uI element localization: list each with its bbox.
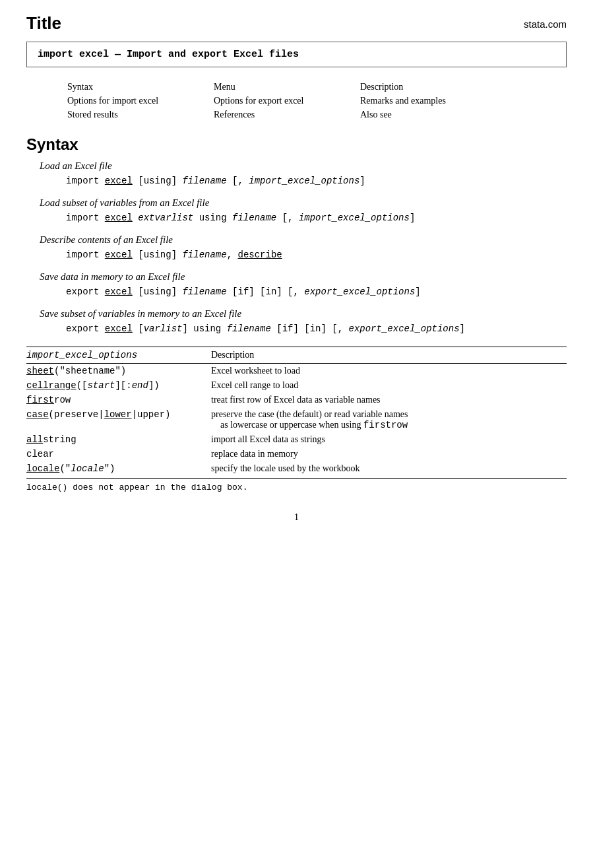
nav-remarks[interactable]: Remarks and examples [360,96,446,106]
nav-also-see[interactable]: Also see [360,110,392,119]
syntax-desc-3: Describe contents of an Excel file [40,234,567,246]
desc-allstring: import all Excel data as strings [211,432,567,447]
syntax-line-1: import excel [using] filename [, import_… [66,174,567,188]
table-row: sheet("sheetname") Excel worksheet to lo… [26,364,567,379]
site-label: stata.com [524,13,567,30]
command-description: Import and export Excel files [127,49,299,60]
desc-locale: specify the locale used by the workbook [211,461,567,479]
page-title: Title [26,13,61,34]
option-firstrow: firstrow [26,393,211,407]
nav-stored-results[interactable]: Stored results [67,110,118,119]
table-row: case(preserve|lower|upper) preserve the … [26,407,567,432]
table-row: cellrange([start][:end]) Excel cell rang… [26,378,567,393]
nav-options-export[interactable]: Options for export excel [214,96,303,106]
table-row: firstrow treat first row of Excel data a… [26,393,567,407]
syntax-desc-5: Save subset of variables in memory to an… [40,308,567,319]
desc-firstrow: treat first row of Excel data as variabl… [211,393,567,407]
option-cellrange: cellrange([start][:end]) [26,378,211,393]
syntax-block-5: Save subset of variables in memory to an… [26,308,567,336]
nav-description[interactable]: Description [360,82,403,92]
desc-cellrange: Excel cell range to load [211,378,567,393]
footnote: locale() does not appear in the dialog b… [26,483,567,492]
syntax-block-3: Describe contents of an Excel file impor… [26,234,567,262]
syntax-desc-2: Load subset of variables from an Excel f… [40,197,567,209]
option-clear: clear [26,447,211,461]
nav-references[interactable]: References [214,110,255,119]
option-sheet: sheet("sheetname") [26,364,211,379]
desc-clear: replace data in memory [211,447,567,461]
syntax-line-4: export excel [using] filename [if] [in] … [66,285,567,299]
syntax-section-title: Syntax [26,135,567,154]
options-col-header: import_excel_options [26,347,211,364]
desc-sheet: Excel worksheet to load [211,364,567,379]
syntax-desc-1: Load an Excel file [40,160,567,172]
option-allstring: allstring [26,432,211,447]
syntax-block-4: Save data in memory to an Excel file exp… [26,271,567,299]
table-row: locale("locale") specify the locale used… [26,461,567,479]
table-row: allstring import all Excel data as strin… [26,432,567,447]
table-row: clear replace data in memory [26,447,567,461]
syntax-block-1: Load an Excel file import excel [using] … [26,160,567,188]
nav-table: Syntax Menu Description Options for impo… [66,79,507,122]
nav-options-import[interactable]: Options for import excel [67,96,158,106]
syntax-desc-4: Save data in memory to an Excel file [40,271,567,283]
desc-case: preserve the case (the default) or read … [211,407,567,432]
syntax-line-5: export excel [varlist] using filename [i… [66,322,567,336]
syntax-line-3: import excel [using] filename, describe [66,248,567,262]
command-box: import excel — Import and export Excel f… [26,42,567,67]
options-table: import_excel_options Description sheet("… [26,347,567,479]
nav-syntax[interactable]: Syntax [67,82,93,92]
syntax-block-2: Load subset of variables from an Excel f… [26,197,567,225]
page-number: 1 [26,512,567,523]
command-name: import excel [38,49,109,60]
command-dash: — [115,49,127,60]
option-case: case(preserve|lower|upper) [26,407,211,432]
option-locale: locale("locale") [26,461,211,479]
nav-menu[interactable]: Menu [214,82,235,92]
syntax-line-2: import excel extvarlist using filename [… [66,211,567,225]
page-header: Title stata.com [26,13,567,34]
description-col-header: Description [211,347,567,364]
